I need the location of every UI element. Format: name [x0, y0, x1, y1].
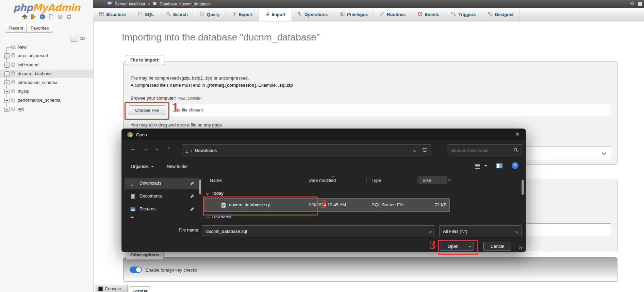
settings-gear-icon[interactable]	[57, 14, 63, 20]
collapse-all-button[interactable]: –	[70, 36, 78, 42]
expand-icon[interactable]: +	[4, 89, 10, 94]
recent-locations-chevron-icon[interactable]	[155, 148, 158, 150]
link-panel-icon[interactable]	[79, 36, 85, 42]
navigation-sidebar: phpMyAdmin ? Recent Favorites – New + an…	[0, 0, 94, 292]
expand-icon[interactable]: +	[4, 53, 10, 58]
breadcrumb-database[interactable]: Database: ducnm_database	[160, 2, 211, 6]
column-header-type[interactable]: Type	[371, 178, 381, 183]
back-icon[interactable]: ←	[130, 145, 136, 152]
pin-icon[interactable]	[189, 181, 195, 187]
database-icon	[11, 53, 16, 59]
refresh-icon[interactable]	[66, 14, 72, 20]
column-header-name[interactable]: Name	[210, 178, 222, 183]
foreign-key-toggle[interactable]	[130, 267, 142, 273]
tree-item-new[interactable]: New	[0, 43, 93, 51]
column-header-date-modified[interactable]: Date modified	[309, 178, 336, 183]
address-bar[interactable]: ↓ › Downloads	[182, 144, 431, 156]
expand-icon[interactable]: +	[4, 63, 10, 68]
view-mode-icon[interactable]	[474, 163, 481, 170]
pin-icon[interactable]	[189, 194, 195, 200]
home-icon[interactable]	[22, 14, 28, 20]
pin-icon[interactable]	[189, 207, 195, 213]
tab-routines[interactable]: Routines	[374, 8, 412, 21]
breadcrumb-bar: ← Server: localhost » Database: ducnm_da…	[93, 0, 644, 8]
tab-sql[interactable]: SQL	[132, 8, 160, 21]
search-input[interactable]	[450, 148, 511, 153]
cancel-button[interactable]: Cancel	[483, 242, 511, 251]
tab-structure[interactable]: Structure	[93, 8, 132, 21]
close-icon[interactable]: ×	[515, 130, 519, 138]
file-name-input[interactable]	[205, 228, 427, 234]
sidebar-scrollbar[interactable]	[199, 179, 201, 194]
view-mode-dropdown-icon[interactable]	[484, 165, 487, 167]
file-type-filter[interactable]: All Files (*.*)	[439, 225, 522, 237]
tab-operations[interactable]: Operations	[292, 8, 334, 21]
chevron-down-icon	[602, 151, 606, 155]
forward-icon[interactable]: →	[143, 145, 149, 152]
search-box[interactable]	[447, 144, 522, 156]
group-header-today[interactable]: Today	[207, 191, 224, 196]
tree-item-sys[interactable]: + sys	[0, 105, 93, 113]
column-header-size-cell[interactable]: Size	[418, 176, 447, 184]
expand-icon[interactable]: +	[4, 80, 10, 85]
address-location[interactable]: Downloads	[195, 148, 217, 153]
documents-icon	[130, 193, 136, 200]
file-name-combobox[interactable]	[202, 225, 435, 237]
expand-icon[interactable]: +	[4, 107, 10, 112]
annotation-number-1: 1	[172, 100, 179, 115]
annotation-box-2	[203, 196, 318, 216]
database-icon	[11, 89, 16, 95]
phpmyadmin-logo[interactable]: phpMyAdmin	[0, 2, 93, 13]
size-filter-chevron-icon[interactable]	[448, 178, 451, 181]
favorites-tab[interactable]: Favorites	[26, 24, 53, 33]
database-icon	[153, 1, 157, 6]
address-dropdown-chevron-icon[interactable]	[413, 149, 416, 152]
server-icon	[107, 1, 112, 6]
screen: phpMyAdmin ? Recent Favorites – New + an…	[0, 0, 644, 292]
max-size-label: (Max: 100MiB)	[177, 96, 202, 100]
refresh-icon[interactable]	[422, 147, 427, 154]
downloads-location-icon: ↓	[186, 148, 188, 153]
recent-tab[interactable]: Recent	[5, 24, 28, 33]
collapse-icon[interactable]: −	[4, 71, 10, 76]
nav-item-pictures[interactable]: Pictures	[125, 204, 199, 215]
dialog-titlebar[interactable]: Open ×	[122, 129, 526, 140]
expand-page-icon[interactable]	[638, 2, 642, 6]
file-list: Name Date modified Type Size Today ducnm…	[202, 174, 526, 218]
preview-pane-icon[interactable]	[496, 162, 503, 170]
logout-icon[interactable]	[31, 14, 36, 20]
expand-icon[interactable]: +	[4, 98, 10, 103]
tab-query[interactable]: Query	[194, 8, 226, 21]
nav-item-downloads[interactable]: ↓ Downloads	[125, 178, 199, 189]
tree-item-anja-anjaresort[interactable]: + anja_anjaresort	[0, 52, 93, 60]
up-icon[interactable]: ↑	[167, 145, 170, 152]
organize-menu[interactable]: Organize	[131, 164, 154, 169]
back-arrow-icon[interactable]: ←	[97, 1, 104, 7]
tab-search[interactable]: Search	[160, 8, 194, 21]
page-settings-gear-icon[interactable]	[630, 1, 634, 7]
tab-events[interactable]: Events	[412, 8, 446, 21]
tab-designer[interactable]: Designer	[482, 8, 520, 21]
tab-triggers[interactable]: Triggers	[445, 8, 482, 21]
documentation-icon[interactable]	[48, 14, 54, 20]
console-tab[interactable]: Console	[96, 285, 128, 292]
operations-wrench-icon	[297, 12, 302, 17]
tab-privileges[interactable]: Privileges	[334, 8, 374, 21]
tree-item-information-schema[interactable]: + information_schema	[0, 79, 93, 87]
nav-item-documents[interactable]: Documents	[125, 191, 199, 202]
tree-item-cyberpanel[interactable]: + cyberpanel	[0, 61, 93, 69]
help-icon[interactable]: ?	[512, 162, 518, 169]
tab-export[interactable]: Export	[226, 8, 259, 21]
list-scrollbar[interactable]	[522, 180, 524, 195]
file-to-import-legend: File to import:	[126, 55, 164, 65]
file-input-box[interactable]	[168, 104, 610, 117]
tab-import[interactable]: Import	[259, 8, 292, 21]
tree-item-mysql[interactable]: + mysql	[0, 87, 93, 96]
resize-grip[interactable]	[519, 246, 523, 250]
tree-item-performance-schema[interactable]: + performance_schema	[0, 96, 93, 104]
help-icon[interactable]: ?	[39, 14, 45, 20]
annotation-box-1	[125, 102, 169, 120]
tree-item-ducnm-database[interactable]: − ducnm_database	[0, 70, 93, 78]
breadcrumb-server[interactable]: Server: localhost	[115, 2, 145, 6]
new-folder-button[interactable]: New folder	[167, 164, 188, 169]
